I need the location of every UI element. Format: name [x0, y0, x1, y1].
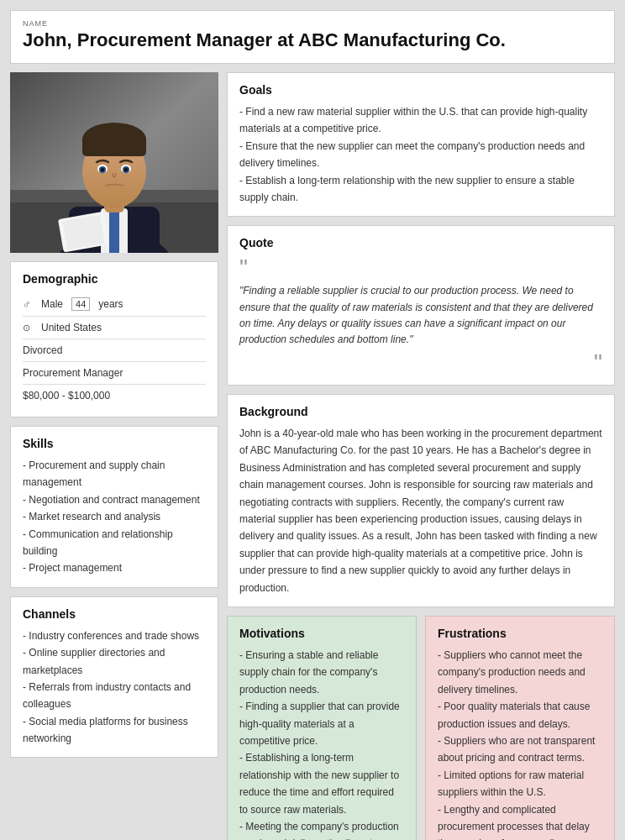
frustrations-list: - Suppliers who cannot meet the company'…	[438, 647, 602, 840]
quote-card: Quote " "Finding a reliable supplier is …	[227, 225, 615, 386]
goals-list: - Find a new raw material supplier withi…	[239, 103, 602, 206]
job-row: Procurement Manager	[23, 362, 206, 385]
job-value: Procurement Manager	[23, 367, 123, 379]
motivations-title: Motivations	[239, 627, 404, 640]
main-row: Demographic ♂ Male 44 years ⊙ United Sta…	[10, 72, 615, 840]
demographic-title: Demographic	[23, 272, 206, 286]
skills-card: Skills - Procurement and supply chain ma…	[10, 426, 218, 588]
goal-item-3: - Establish a long-term relationship wit…	[239, 172, 602, 207]
svg-point-16	[124, 168, 128, 171]
salary-value: $80,000 - $100,000	[23, 390, 110, 402]
skill-item-1: - Procurement and supply chain managemen…	[23, 457, 206, 491]
frustration-item-1: - Suppliers who cannot meet the company'…	[438, 647, 602, 698]
marital-value: Divorced	[23, 344, 62, 356]
skill-item-3: - Market research and analysis	[23, 508, 206, 525]
motivation-item-3: - Establishing a long-term relationship …	[239, 749, 404, 818]
channel-item-2: - Online supplier directories and market…	[23, 644, 206, 679]
channel-item-4: - Social media platforms for business ne…	[23, 713, 206, 748]
location-icon: ⊙	[23, 323, 36, 333]
frustration-item-4: - Limited options for raw material suppl…	[438, 767, 602, 801]
channels-title: Channels	[23, 607, 206, 621]
gender-value: Male	[41, 298, 63, 310]
motivation-item-1: - Ensuring a stable and reliable supply …	[239, 647, 404, 698]
skill-item-4: - Communication and relationship buildin…	[23, 526, 206, 560]
name-label: NAME	[23, 19, 602, 28]
frustration-item-2: - Poor quality materials that cause prod…	[438, 698, 602, 732]
marital-row: Divorced	[23, 339, 206, 362]
right-column: Goals - Find a new raw material supplier…	[227, 72, 615, 840]
location-row: ⊙ United States	[23, 317, 206, 339]
left-column: Demographic ♂ Male 44 years ⊙ United Sta…	[10, 72, 218, 758]
avatar-placeholder	[10, 72, 218, 253]
background-text: John is a 40-year-old male who has been …	[239, 425, 602, 596]
channels-card: Channels - Industry conferences and trad…	[10, 596, 218, 759]
skill-item-2: - Negotiation and contract management	[23, 491, 206, 508]
salary-row: $80,000 - $100,000	[23, 385, 206, 407]
quote-title: Quote	[239, 236, 602, 249]
svg-rect-10	[82, 135, 146, 156]
skills-title: Skills	[23, 437, 206, 450]
channel-item-1: - Industry conferences and trade shows	[23, 627, 206, 644]
motivations-list: - Ensuring a stable and reliable supply …	[239, 647, 404, 840]
gender-icon: ♂	[23, 298, 36, 311]
bottom-row: Motivations - Ensuring a stable and reli…	[227, 616, 615, 840]
channel-item-3: - Referrals from industry contacts and c…	[23, 679, 206, 713]
goals-title: Goals	[239, 83, 602, 97]
frustration-item-5: - Lengthy and complicated procurement pr…	[438, 801, 602, 840]
skills-list: - Procurement and supply chain managemen…	[23, 457, 206, 577]
motivation-item-2: - Finding a supplier that can provide hi…	[239, 698, 404, 749]
background-card: Background John is a 40-year-old male wh…	[227, 394, 615, 607]
goal-item-2: - Ensure that the new supplier can meet …	[239, 138, 602, 172]
frustration-item-3: - Suppliers who are not transparent abou…	[438, 732, 602, 767]
frustrations-card: Frustrations - Suppliers who cannot meet…	[425, 616, 615, 840]
frustrations-title: Frustrations	[438, 627, 602, 640]
page-title: John, Procurement Manager at ABC Manufac…	[23, 29, 602, 51]
quote-open-mark: "	[239, 256, 602, 280]
motivation-item-4: - Meeting the company's production needs…	[239, 818, 404, 840]
age-value: 44	[71, 297, 90, 311]
quote-text: "Finding a reliable supplier is crucial …	[239, 283, 602, 348]
page: NAME John, Procurement Manager at ABC Ma…	[0, 0, 625, 840]
motivations-card: Motivations - Ensuring a stable and reli…	[227, 616, 417, 840]
goal-item-1: - Find a new raw material supplier withi…	[239, 103, 602, 138]
skill-item-5: - Project management	[23, 559, 206, 576]
quote-close-mark: "	[239, 351, 602, 375]
channels-list: - Industry conferences and trade shows -…	[23, 627, 206, 748]
header-box: NAME John, Procurement Manager at ABC Ma…	[10, 10, 615, 64]
gender-row: ♂ Male 44 years	[23, 292, 206, 317]
avatar	[10, 72, 218, 253]
age-unit: years	[98, 298, 123, 310]
location-value: United States	[41, 322, 102, 333]
svg-point-15	[101, 168, 104, 171]
svg-rect-6	[109, 209, 119, 253]
demographic-card: Demographic ♂ Male 44 years ⊙ United Sta…	[10, 261, 218, 417]
background-title: Background	[239, 405, 602, 418]
goals-card: Goals - Find a new raw material supplier…	[227, 72, 615, 217]
